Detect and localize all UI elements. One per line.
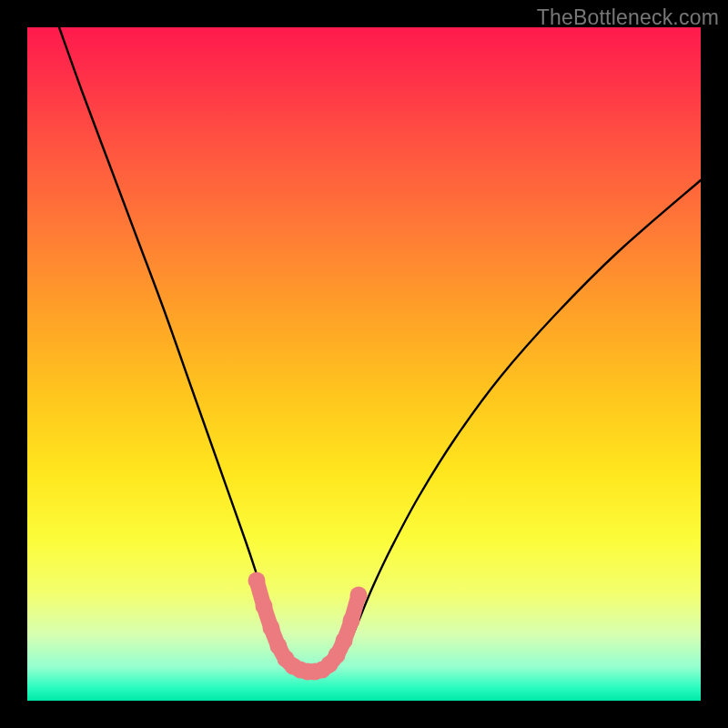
black-curve-right — [348, 180, 701, 648]
pink-dot — [343, 612, 360, 630]
pink-dot — [336, 632, 353, 650]
plot-area — [27, 27, 701, 701]
pink-dot — [350, 587, 368, 604]
pink-dot — [263, 620, 280, 637]
pink-dot — [256, 598, 273, 615]
black-curve-left — [59, 27, 280, 646]
watermark-text: TheBottleneck.com — [537, 5, 719, 30]
chart-frame: TheBottleneck.com — [0, 0, 728, 728]
chart-svg — [27, 27, 701, 701]
pink-dot — [248, 572, 266, 590]
